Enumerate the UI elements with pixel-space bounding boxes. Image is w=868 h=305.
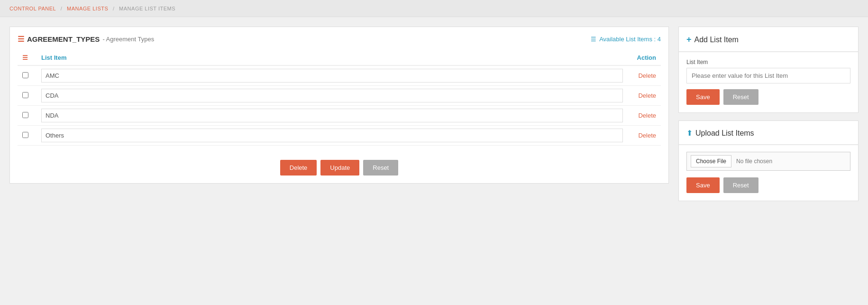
table-row: Delete: [18, 126, 661, 146]
left-panel: ☰ AGREEMENT_TYPES - Agreement Types ☰ Av…: [9, 27, 669, 184]
add-reset-button[interactable]: Reset: [723, 89, 758, 105]
add-form-actions: Save Reset: [686, 89, 850, 105]
add-save-button[interactable]: Save: [686, 89, 720, 105]
row-value-cell: [37, 126, 628, 146]
row-delete-button[interactable]: Delete: [638, 112, 656, 119]
row-value-cell: [37, 65, 628, 86]
add-list-item-section: + Add List Item List Item Save Reset: [678, 27, 859, 113]
breadcrumb-current: Manage List Items: [119, 6, 175, 11]
delete-button[interactable]: Delete: [280, 160, 317, 176]
row-value-input[interactable]: [41, 69, 623, 83]
breadcrumb-control-panel[interactable]: Control Panel: [9, 6, 56, 11]
select-all-col: ☰: [18, 50, 37, 65]
row-delete-cell: Delete: [628, 86, 661, 106]
available-count-label: Available List Items : 4: [599, 36, 661, 43]
available-count: ☰ Available List Items : 4: [591, 36, 661, 43]
bottom-actions: Delete Update Reset: [18, 155, 661, 176]
row-delete-cell: Delete: [628, 106, 661, 126]
row-delete-button[interactable]: Delete: [638, 132, 656, 139]
row-delete-button[interactable]: Delete: [638, 92, 656, 99]
upload-icon: ⬆: [686, 129, 693, 138]
action-col-header: Action: [628, 50, 661, 65]
list-items-table: ☰ List Item Action Delete: [18, 50, 661, 146]
upload-list-items-section: ⬆ Upload List Items Choose File No file …: [678, 120, 859, 201]
panel-header: ☰ AGREEMENT_TYPES - Agreement Types ☰ Av…: [18, 35, 661, 44]
row-checkbox[interactable]: [22, 112, 28, 118]
section-divider-1: [679, 51, 858, 52]
row-value-input[interactable]: [41, 109, 623, 122]
list-item-input[interactable]: [686, 68, 850, 83]
reset-button[interactable]: Reset: [363, 160, 398, 176]
rows-icon: ☰: [22, 54, 28, 61]
upload-form-actions: Save Reset: [686, 177, 850, 193]
list-item-form-group: List Item: [686, 59, 850, 83]
upload-section-title: ⬆ Upload List Items: [686, 129, 850, 138]
row-checkbox-cell: [18, 126, 37, 146]
row-checkbox[interactable]: [22, 72, 28, 78]
file-input-wrapper: Choose File No file chosen: [686, 152, 850, 171]
add-section-title: + Add List Item: [686, 35, 850, 45]
row-checkbox-cell: [18, 86, 37, 106]
row-value-input[interactable]: [41, 89, 623, 102]
choose-file-button[interactable]: Choose File: [691, 155, 731, 167]
row-value-cell: [37, 106, 628, 126]
list-subtitle: - Agreement Types: [102, 36, 154, 43]
list-blue-icon: ☰: [591, 36, 596, 43]
list-item-label: List Item: [686, 59, 850, 65]
upload-reset-button[interactable]: Reset: [723, 177, 758, 193]
update-button[interactable]: Update: [320, 160, 359, 176]
no-file-text: No file chosen: [736, 158, 772, 165]
breadcrumb: Control Panel / Manage Lists / Manage Li…: [0, 0, 868, 17]
plus-icon: +: [686, 35, 692, 45]
row-checkbox-cell: [18, 65, 37, 86]
row-value-input[interactable]: [41, 129, 623, 142]
table-row: Delete: [18, 86, 661, 106]
row-delete-cell: Delete: [628, 65, 661, 86]
table-row: Delete: [18, 65, 661, 86]
list-red-icon: ☰: [18, 35, 24, 44]
upload-section-title-label: Upload List Items: [695, 129, 754, 138]
row-delete-button[interactable]: Delete: [638, 72, 656, 79]
row-value-cell: [37, 86, 628, 106]
panel-title: ☰ AGREEMENT_TYPES - Agreement Types: [18, 35, 154, 44]
row-checkbox[interactable]: [22, 92, 28, 98]
file-upload-row: Choose File No file chosen: [686, 152, 850, 171]
row-checkbox-cell: [18, 106, 37, 126]
add-section-title-label: Add List Item: [694, 36, 739, 44]
list-name: AGREEMENT_TYPES: [27, 35, 100, 43]
list-item-col-header: List Item: [37, 50, 628, 65]
breadcrumb-manage-lists[interactable]: Manage Lists: [67, 6, 108, 11]
row-checkbox[interactable]: [22, 132, 28, 138]
right-panel: + Add List Item List Item Save Reset ⬆ U…: [678, 27, 859, 201]
table-row: Delete: [18, 106, 661, 126]
upload-save-button[interactable]: Save: [686, 177, 720, 193]
row-delete-cell: Delete: [628, 126, 661, 146]
section-divider-2: [679, 144, 858, 145]
